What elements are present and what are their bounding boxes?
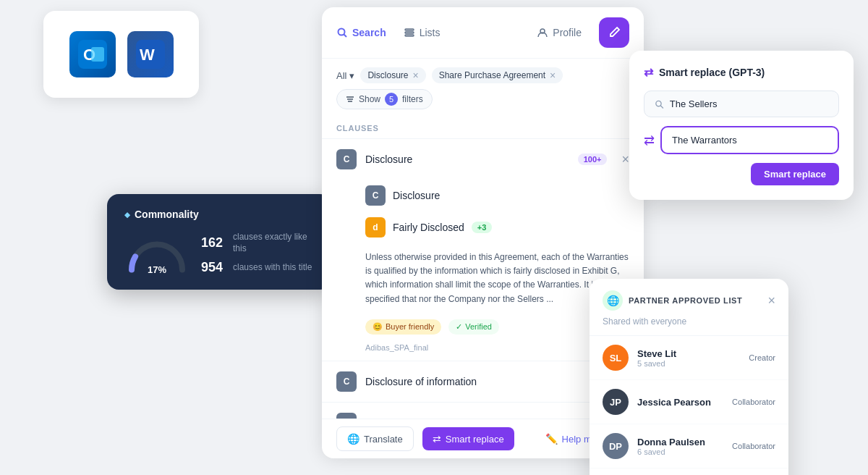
partner-name-donna: Donna Paulsen xyxy=(637,437,723,447)
partner-title: PARTNER APPROVED LIST xyxy=(629,296,742,305)
clause-name-disclosure: Disclosure xyxy=(365,154,412,165)
sub-clause-tag-badge: +3 xyxy=(472,222,493,233)
translate-icon: 🌐 xyxy=(347,433,359,445)
edit-button[interactable] xyxy=(599,17,629,48)
filter-chip-disclosure[interactable]: Disclosure × xyxy=(360,67,425,83)
stat2-number: 954 xyxy=(201,260,227,275)
partner-name-steve: Steve Lit xyxy=(637,348,740,359)
svg-line-6 xyxy=(344,35,347,38)
shared-label: Shared with everyone xyxy=(590,316,788,335)
swap-icon: ⇄ xyxy=(644,133,655,148)
smart-replace-icon: ⇄ xyxy=(433,433,441,445)
partner-globe-icon: 🌐 xyxy=(603,290,623,311)
clause-badge-disclosure: 100+ xyxy=(578,154,608,165)
clauses-header: CLAUSES xyxy=(322,118,644,138)
sub-clause-fairly-disclosed: d Fairly Disclosed +3 xyxy=(322,211,644,243)
translate-button[interactable]: 🌐 Translate xyxy=(336,426,414,451)
sub-clause-name: Disclosure xyxy=(393,190,440,201)
svg-line-15 xyxy=(660,105,663,108)
smart-replace-action-button[interactable]: Smart replace xyxy=(751,163,839,185)
partner-item-jessica: JP Jessica Pearson Collaborator xyxy=(590,380,788,424)
svg-rect-9 xyxy=(405,35,414,36)
sub-clause-icon-c: C xyxy=(365,185,386,206)
sub-clause-fairly-name: Fairly Disclosed xyxy=(393,222,464,233)
profile-tab[interactable]: Profile xyxy=(537,27,582,38)
avatar-jessica: JP xyxy=(603,389,629,415)
svg-text:W: W xyxy=(140,46,155,64)
partner-list: SL Steve Lit 5 saved Creator JP Jessica … xyxy=(590,335,788,475)
partner-info-donna: Donna Paulsen 6 saved xyxy=(637,437,723,456)
filter-chip-spa[interactable]: Share Purchase Agreement × xyxy=(432,67,563,83)
partner-role-jessica: Collaborator xyxy=(732,398,775,406)
search-tab[interactable]: Search xyxy=(336,27,386,38)
clause-name-info: Disclosure of information xyxy=(365,376,477,387)
panel-header: Search Lists Profile xyxy=(322,7,644,59)
gauge-percent: 17% xyxy=(148,264,166,275)
clause-icon-info: C xyxy=(336,371,357,392)
replace-field[interactable] xyxy=(660,126,839,154)
partner-role-donna: Collaborator xyxy=(732,442,775,450)
buyer-friendly-tag: 😊 Buyer friendly xyxy=(365,319,441,335)
svg-point-14 xyxy=(656,101,661,106)
popup-title: ⇄ Smart replace (GPT-3) xyxy=(644,65,839,79)
stat2-label: clauses with this title xyxy=(233,262,312,274)
filters-bar: All ▾ Disclosure × Share Purchase Agreem… xyxy=(322,59,644,118)
replace-input[interactable] xyxy=(672,135,827,146)
partner-title-row: 🌐 PARTNER APPROVED LIST xyxy=(603,290,742,311)
stat1-label: clauses exactly like this xyxy=(233,232,314,254)
commonality-stats: 162 clauses exactly like this 954 clause… xyxy=(201,232,314,275)
partner-header: 🌐 PARTNER APPROVED LIST × xyxy=(590,279,788,316)
search-input[interactable] xyxy=(670,98,828,109)
partner-name-jessica: Jessica Pearson xyxy=(637,397,723,408)
clause-icon-c: C xyxy=(336,149,357,169)
lists-tab[interactable]: Lists xyxy=(404,27,441,38)
help-icon: ✏️ xyxy=(545,433,558,445)
partner-saved-steve: 5 saved xyxy=(637,359,740,368)
svg-rect-7 xyxy=(405,29,414,30)
word-icon: W xyxy=(127,31,174,77)
clause-row-disclosure[interactable]: C Disclosure 100+ × xyxy=(322,139,644,180)
verified-tag: ✓ Verified xyxy=(448,319,499,335)
sub-clause-disclosure: C Disclosure xyxy=(322,180,644,211)
gauge-chart: 17% xyxy=(124,232,190,275)
commonality-title: Commonality xyxy=(124,209,314,220)
show-filters-button[interactable]: Show 5 filters xyxy=(336,89,433,109)
svg-rect-2 xyxy=(91,47,104,62)
partner-item-louis: LL Louis Litt 2 saved Collaborator xyxy=(590,468,788,475)
partner-saved-donna: 6 saved xyxy=(637,447,723,456)
svg-point-5 xyxy=(339,29,345,35)
smart-replace-popup: ⇄ Smart replace (GPT-3) ⇄ Smart replace xyxy=(629,51,854,200)
stat1-number: 162 xyxy=(201,235,227,251)
partner-info-jessica: Jessica Pearson xyxy=(637,397,723,408)
partner-popup: 🌐 PARTNER APPROVED LIST × Shared with ev… xyxy=(590,279,788,475)
svg-rect-8 xyxy=(405,32,414,33)
avatar-steve: SL xyxy=(603,345,629,371)
show-label: Show xyxy=(359,94,380,104)
avatar-donna: DP xyxy=(603,433,629,459)
filter-count-badge: 5 xyxy=(385,93,398,106)
partner-item-steve: SL Steve Lit 5 saved Creator xyxy=(590,336,788,380)
office-card: O W xyxy=(43,11,199,98)
sub-clause-icon-d: d xyxy=(365,217,386,238)
search-field[interactable] xyxy=(644,91,839,117)
outlook-icon: O xyxy=(69,31,116,77)
commonality-card: Commonality 17% 162 clauses exactly like… xyxy=(107,194,331,290)
partner-role-steve: Creator xyxy=(749,353,775,362)
smart-replace-toolbar-button[interactable]: ⇄ Smart replace xyxy=(422,427,514,450)
filters-label: filters xyxy=(402,94,423,104)
partner-item-donna: DP Donna Paulsen 6 saved Collaborator xyxy=(590,424,788,468)
partner-close-button[interactable]: × xyxy=(767,293,775,308)
filter-all[interactable]: All ▾ xyxy=(336,70,354,81)
partner-info-steve: Steve Lit 5 saved xyxy=(637,348,740,368)
close-disclosure-button[interactable]: × xyxy=(621,152,629,167)
